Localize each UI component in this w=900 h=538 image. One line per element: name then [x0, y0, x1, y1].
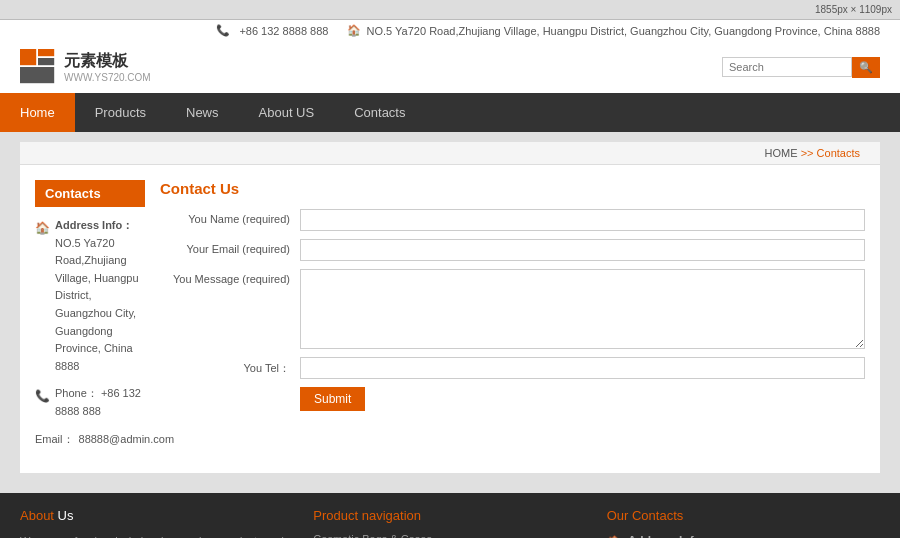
sidebar-phone-icon: 📞 [35, 387, 50, 406]
sidebar-address: NO.5 Ya720 Road,Zhujiang Village, Huangp… [55, 237, 139, 372]
window-dimensions: 1855px × 1109px [815, 4, 892, 15]
footer-link-0[interactable]: Cosmetic Bags & Cases [313, 533, 586, 538]
phone-block: 📞 Phone： +86 132 8888 888 [35, 385, 145, 420]
email-label: Your Email (required) [160, 239, 290, 255]
message-textarea[interactable] [300, 269, 865, 349]
logo: 元素模板 WWW.YS720.COM [20, 49, 151, 85]
logo-main: 元素模板 [64, 51, 151, 72]
form-row-tel: You Tel： [160, 357, 865, 379]
home-icon: 🏠 [347, 24, 361, 37]
tel-input[interactable] [300, 357, 865, 379]
email-input[interactable] [300, 239, 865, 261]
logo-icon [20, 49, 56, 85]
name-label: You Name (required) [160, 209, 290, 225]
contact-title-suffix: Us [220, 180, 239, 197]
breadcrumb-home[interactable]: HOME [765, 147, 798, 159]
nav-item-contacts[interactable]: Contacts [334, 93, 425, 132]
submit-button[interactable]: Submit [300, 387, 365, 411]
footer-products: Product navigation Cosmetic Bags & Cases… [313, 508, 586, 538]
footer-contacts: Our Contacts 🏠 Address Info： NO.5 Ya720 … [607, 508, 880, 538]
sidebar-email-label: Email： [35, 431, 74, 449]
header: 元素模板 WWW.YS720.COM 🔍 [0, 41, 900, 93]
footer-about-title-suffix: Us [58, 508, 74, 523]
top-contact-info: 📞 +86 132 8888 888 🏠 NO.5 Ya720 Road,Zhu… [216, 24, 880, 37]
footer-address-block: 🏠 Address Info： NO.5 Ya720 Road,Zhujiang… [607, 533, 880, 538]
footer-about: About Us We are professional wholesale c… [20, 508, 293, 538]
top-bar: 📞 +86 132 8888 888 🏠 NO.5 Ya720 Road,Zhu… [0, 20, 900, 41]
form-row-message: You Message (required) [160, 269, 865, 349]
breadcrumb: HOME >> Contacts [20, 142, 880, 165]
footer-grid: About Us We are professional wholesale c… [20, 508, 880, 538]
svg-rect-2 [38, 58, 54, 65]
nav-item-about[interactable]: About US [239, 93, 335, 132]
footer-products-title-prefix: Product [313, 508, 358, 523]
breadcrumb-separator: >> [801, 147, 814, 159]
footer-contacts-title: Our Contacts [607, 508, 880, 523]
sidebar: Contacts 🏠 Address Info： NO.5 Ya720 Road… [35, 180, 145, 458]
nav-item-products[interactable]: Products [75, 93, 166, 132]
footer-products-title-suffix: navigation [362, 508, 421, 523]
address-icon: 🏠 [35, 219, 50, 238]
phone-icon: 📞 [216, 24, 230, 37]
footer-about-text: We are professional wholesale case bag p… [20, 533, 293, 538]
address-label: Address Info： [55, 219, 133, 231]
footer: About Us We are professional wholesale c… [0, 493, 900, 538]
sidebar-title: Contacts [35, 180, 145, 207]
svg-rect-0 [20, 49, 36, 65]
footer-contacts-title-suffix: Contacts [632, 508, 683, 523]
email-block: Email： 88888@admin.com [35, 431, 145, 449]
svg-rect-3 [20, 67, 54, 83]
form-row-email: Your Email (required) [160, 239, 865, 261]
address-block: 🏠 Address Info： NO.5 Ya720 Road,Zhujiang… [35, 217, 145, 375]
sidebar-info: 🏠 Address Info： NO.5 Ya720 Road,Zhujiang… [35, 217, 145, 448]
name-input[interactable] [300, 209, 865, 231]
footer-address-label: Address Info： [628, 534, 713, 538]
search-input[interactable] [722, 57, 852, 77]
top-address: NO.5 Ya720 Road,Zhujiang Village, Huangp… [367, 25, 880, 37]
sidebar-phone-label: Phone： [55, 387, 98, 399]
main-wrapper: HOME >> Contacts Contacts 🏠 Address Info… [0, 132, 900, 493]
message-label: You Message (required) [160, 269, 290, 285]
footer-contacts-title-prefix: Our [607, 508, 629, 523]
header-right: 🔍 [722, 57, 880, 78]
nav-item-news[interactable]: News [166, 93, 239, 132]
nav-item-home[interactable]: Home [0, 93, 75, 132]
contact-title-prefix: Contact [160, 180, 216, 197]
footer-products-title: Product navigation [313, 508, 586, 523]
tel-label: You Tel： [160, 357, 290, 376]
window-chrome: 1855px × 1109px [0, 0, 900, 20]
search-button[interactable]: 🔍 [852, 57, 880, 78]
content-box: Contacts 🏠 Address Info： NO.5 Ya720 Road… [20, 165, 880, 473]
contact-section: Contact Us You Name (required) Your Emai… [160, 180, 865, 458]
logo-text: 元素模板 WWW.YS720.COM [64, 51, 151, 83]
svg-rect-1 [38, 49, 54, 56]
top-phone: +86 132 8888 888 [239, 25, 328, 37]
breadcrumb-current: Contacts [817, 147, 860, 159]
navigation: Home Products News About US Contacts [0, 93, 900, 132]
logo-sub: WWW.YS720.COM [64, 72, 151, 83]
submit-row: Submit [300, 387, 865, 411]
form-row-name: You Name (required) [160, 209, 865, 231]
contact-title: Contact Us [160, 180, 865, 197]
search-box: 🔍 [722, 57, 880, 78]
footer-about-title-prefix: About [20, 508, 54, 523]
footer-about-title: About Us [20, 508, 293, 523]
